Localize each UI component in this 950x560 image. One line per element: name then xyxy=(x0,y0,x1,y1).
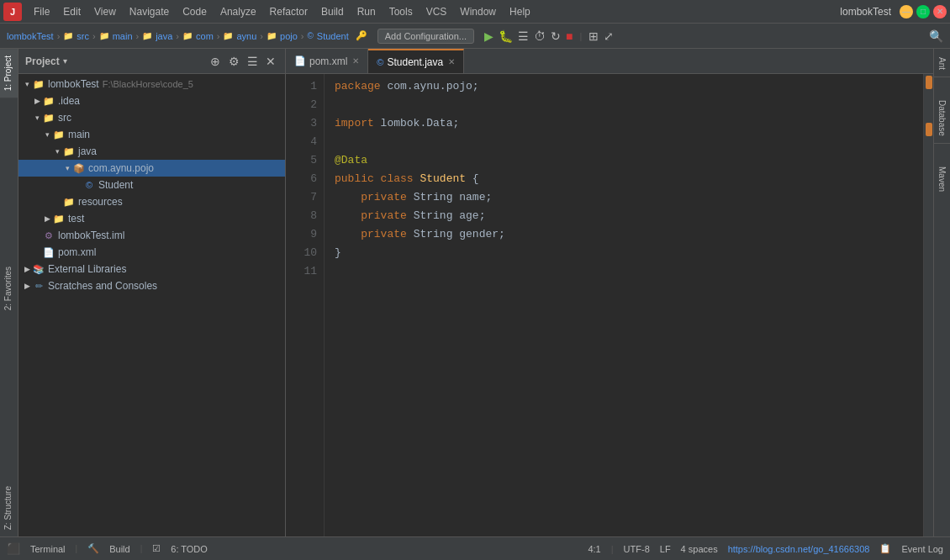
folder-icon-java: 📁 xyxy=(62,145,76,158)
breadcrumb-com[interactable]: com xyxy=(196,31,214,41)
gear-icon[interactable]: ⚙ xyxy=(226,55,241,68)
right-panel-ant[interactable]: Ant xyxy=(936,52,948,75)
menu-analyze[interactable]: Analyze xyxy=(214,4,263,19)
debug-icon[interactable]: 🐛 xyxy=(499,29,513,43)
tree-item-test[interactable]: ▶ 📁 test xyxy=(18,210,285,227)
menu-tools[interactable]: Tools xyxy=(383,4,420,19)
folder-icon-java: 📁 xyxy=(142,31,152,40)
menu-refactor[interactable]: Refactor xyxy=(263,4,314,19)
terminal-icon[interactable]: ⬛ xyxy=(7,542,20,555)
tree-item-com-aynu-pojo[interactable]: ▾ 📦 com.aynu.pojo xyxy=(18,160,285,177)
add-configuration-button[interactable]: Add Configuration... xyxy=(377,29,474,44)
tree-item-main[interactable]: ▾ 📁 main xyxy=(18,126,285,143)
sidebar-item-structure[interactable]: Z: Structure xyxy=(0,479,18,536)
tab-xml-icon: 📄 xyxy=(294,55,306,66)
breadcrumb-aynu[interactable]: aynu xyxy=(236,31,256,41)
tree-item-lomboktest[interactable]: ▾ 📁 lombokTest F:\BlackHorse\code_5 xyxy=(18,76,285,92)
xml-icon: 📄 xyxy=(42,246,55,259)
todo-icon: ☑ xyxy=(152,543,161,554)
event-log-icon: 📋 xyxy=(879,543,891,554)
layout-icon[interactable]: ⊞ xyxy=(588,29,599,43)
panel-arrow[interactable]: ▾ xyxy=(63,56,67,66)
profile-icon[interactable]: ⏱ xyxy=(534,29,546,43)
breadcrumb-java[interactable]: java xyxy=(156,31,172,41)
breadcrumb-student[interactable]: Student xyxy=(317,31,349,41)
breadcrumb-project[interactable]: lombokTest xyxy=(7,31,54,41)
todo-label[interactable]: 6: TODO xyxy=(171,544,208,554)
folder-icon: 📁 xyxy=(32,77,45,91)
maximize-button[interactable]: □ xyxy=(916,5,930,18)
build-label[interactable]: Build xyxy=(109,544,129,554)
run-icon[interactable]: ▶ xyxy=(484,29,493,43)
menu-vcs[interactable]: VCS xyxy=(420,4,454,19)
right-panel-database[interactable]: Database xyxy=(936,95,948,141)
side-labels: 1: Project 2: Favorites Z: Structure xyxy=(0,49,18,536)
panel-header: Project ▾ ⊕ ⚙ ☰ ✕ xyxy=(18,49,285,74)
layout-toggle-icon[interactable]: ☰ xyxy=(245,55,260,68)
menu-navigate[interactable]: Navigate xyxy=(123,4,176,19)
tree-label-test: test xyxy=(68,213,84,225)
tree-item-ext-libs[interactable]: ▶ 📚 External Libraries xyxy=(18,261,285,277)
menu-build[interactable]: Build xyxy=(314,4,351,19)
tab-student[interactable]: © Student.java ✕ xyxy=(368,49,464,73)
tree-item-resources[interactable]: 📁 resources xyxy=(18,193,285,210)
menu-edit[interactable]: Edit xyxy=(56,4,87,19)
update-icon[interactable]: ↻ xyxy=(551,29,561,43)
tab-student-close[interactable]: ✕ xyxy=(448,57,455,66)
folder-icon-idea: 📁 xyxy=(42,94,55,108)
event-log-label[interactable]: Event Log xyxy=(901,544,943,554)
folder-icon-main: 📁 xyxy=(52,128,66,141)
tree-item-src[interactable]: ▾ 📁 src xyxy=(18,109,285,126)
sidebar-item-project[interactable]: 1: Project xyxy=(0,49,18,98)
add-content-icon[interactable]: ⊕ xyxy=(208,55,223,68)
line-separator[interactable]: LF xyxy=(660,544,671,554)
tab-pom-label: pom.xml xyxy=(309,55,347,67)
tree-item-idea[interactable]: ▶ 📁 .idea xyxy=(18,92,285,109)
tree-item-student[interactable]: © Student xyxy=(18,177,285,193)
right-panel-maven[interactable]: Maven xyxy=(936,161,948,197)
breadcrumb-pojo[interactable]: pojo xyxy=(280,31,298,41)
scrollbar-thumb-top xyxy=(926,76,932,89)
menu-run[interactable]: Run xyxy=(351,4,383,19)
url-label[interactable]: https://blog.csdn.net/go_41666308 xyxy=(728,544,870,554)
coverage-icon[interactable]: ☰ xyxy=(518,29,529,43)
scrollbar-thumb-mid xyxy=(926,123,932,136)
tree-label-java: java xyxy=(78,145,97,157)
code-content[interactable]: package com.aynu.pojo; import lombok.Dat… xyxy=(325,74,923,536)
tree-item-iml[interactable]: ⚙ lombokTest.iml xyxy=(18,227,285,244)
main-layout: 1: Project 2: Favorites Z: Structure Pro… xyxy=(0,49,950,536)
spaces-label[interactable]: 4 spaces xyxy=(681,544,718,554)
menu-window[interactable]: Window xyxy=(453,4,503,19)
terminal-label[interactable]: Terminal xyxy=(30,544,66,554)
tree-item-scratches[interactable]: ▶ ✏ Scratches and Consoles xyxy=(18,277,285,294)
folder-icon-src: 📁 xyxy=(63,31,73,40)
build-icon: 🔨 xyxy=(87,543,99,554)
breadcrumb-main[interactable]: main xyxy=(113,31,133,41)
folder-icon-test: 📁 xyxy=(52,212,66,225)
tab-pom[interactable]: 📄 pom.xml ✕ xyxy=(286,49,368,73)
tree-item-java[interactable]: ▾ 📁 java xyxy=(18,143,285,160)
menu-view[interactable]: View xyxy=(87,4,123,19)
tree-label-src: src xyxy=(58,112,71,124)
tree-item-pom[interactable]: 📄 pom.xml xyxy=(18,244,285,261)
minimize-button[interactable]: — xyxy=(900,5,913,18)
breadcrumb-src[interactable]: src xyxy=(77,31,89,41)
tree-label-scratches: Scratches and Consoles xyxy=(48,280,157,292)
close-panel-icon[interactable]: ✕ xyxy=(263,55,278,68)
fullscreen-icon[interactable]: ⤢ xyxy=(604,29,614,43)
code-line-5: @Data xyxy=(335,151,913,170)
menu-file[interactable]: File xyxy=(27,4,56,19)
sidebar-item-favorites[interactable]: 2: Favorites xyxy=(0,260,18,317)
editor-scrollbar[interactable] xyxy=(923,74,933,536)
close-button[interactable]: ✕ xyxy=(933,5,947,18)
menu-code[interactable]: Code xyxy=(176,4,214,19)
code-line-8: private String age; xyxy=(335,207,913,225)
menu-help[interactable]: Help xyxy=(503,4,537,19)
stop-icon[interactable]: ■ xyxy=(566,29,573,43)
encoding-label[interactable]: UTF-8 xyxy=(624,544,650,554)
tab-pom-close[interactable]: ✕ xyxy=(352,56,359,66)
tree-label-resources: resources xyxy=(78,196,123,208)
search-icon[interactable]: 🔍 xyxy=(929,29,943,43)
tab-java-icon: © xyxy=(377,57,383,67)
panel-title: Project xyxy=(25,55,60,67)
